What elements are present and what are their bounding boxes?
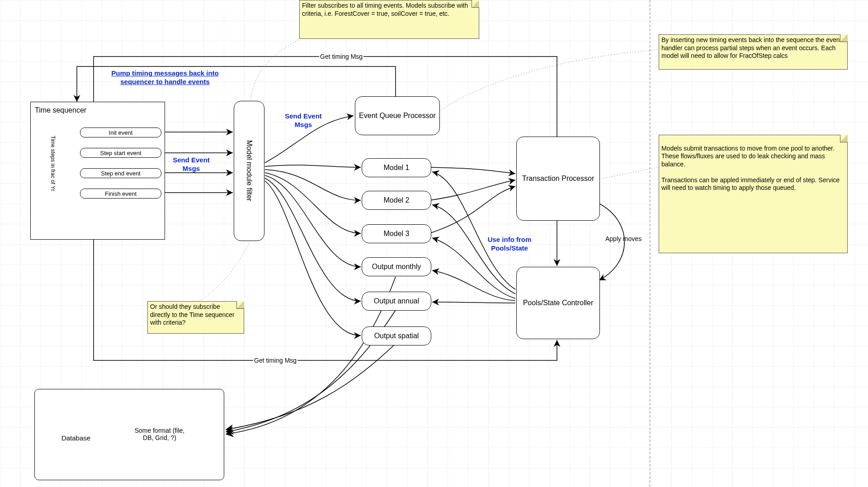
output-annual: Output annual — [362, 292, 431, 311]
note-dogear — [472, 0, 479, 8]
edge-label-apply-moves: Apply moves — [604, 235, 642, 242]
database-label: Database — [56, 434, 96, 442]
edge-label-get-timing-top: Get timing Msg — [319, 53, 363, 60]
label: Model module filter — [245, 140, 253, 201]
note-subscribe-direct: Or should they subscribe directly to the… — [147, 301, 244, 334]
time-sequencer-title: Time sequencer — [35, 106, 86, 114]
label: Event Queue Processor — [359, 112, 436, 120]
note-dogear — [236, 301, 244, 309]
event-finish: Finish event — [80, 189, 161, 199]
event-init: Init event — [80, 128, 161, 137]
note-text: Or should they subscribe directly to the… — [150, 303, 235, 326]
event-step-end: Step end event — [80, 168, 161, 178]
output-monthly: Output monthly — [362, 257, 431, 276]
note-text: By inserting new timing events back into… — [661, 36, 841, 59]
annot-use-info: Use info from Pools/State — [485, 236, 534, 253]
note-dogear — [840, 34, 848, 42]
label: Output spatial — [374, 332, 419, 340]
label: Pools/State Controller — [523, 299, 594, 307]
note-insert-timing: By inserting new timing events back into… — [659, 34, 848, 70]
model-3: Model 3 — [362, 224, 431, 243]
note-text: Filter subscribes to all timing events. … — [302, 2, 468, 17]
label: Output annual — [374, 297, 420, 305]
note-transactions: Models submit transactions to move from … — [659, 135, 848, 253]
model-1: Model 1 — [362, 158, 431, 177]
label: Output monthly — [372, 263, 421, 271]
note-filter-subscribes: Filter subscribes to all timing events. … — [299, 0, 479, 39]
output-spatial: Output spatial — [362, 326, 431, 345]
document-label: Some format (file, DB, Grid, ?) — [132, 427, 187, 441]
model-module-filter: Model module filter — [234, 101, 264, 241]
model-2: Model 2 — [362, 191, 431, 210]
transaction-processor: Transaction Processor — [516, 137, 600, 221]
annot-pump-timing: Pump timing messages back into sequencer… — [108, 69, 222, 86]
annot-send-event-2: Send Event Msgs — [170, 156, 212, 173]
label: Model 2 — [384, 196, 410, 204]
annot-send-event-1: Send Event Msgs — [283, 112, 324, 129]
pools-state-controller: Pools/State Controller — [516, 267, 600, 339]
time-steps-label: Time steps in frac of Yr — [50, 136, 56, 191]
label: Init event — [109, 129, 133, 136]
event-step-start: Step start event — [80, 148, 161, 158]
label: Model 1 — [384, 164, 410, 172]
label: Step end event — [101, 170, 140, 177]
note-dogear — [840, 135, 848, 142]
label: Model 3 — [384, 230, 410, 238]
edge-label-get-timing-bottom: Get timing Msg — [253, 357, 297, 364]
event-queue-processor: Event Queue Processor — [355, 96, 440, 135]
note-text: Models submit transactions to move from … — [661, 145, 840, 192]
label: Finish event — [105, 190, 137, 197]
label: Transaction Processor — [522, 175, 594, 183]
label: Step start event — [100, 150, 141, 156]
